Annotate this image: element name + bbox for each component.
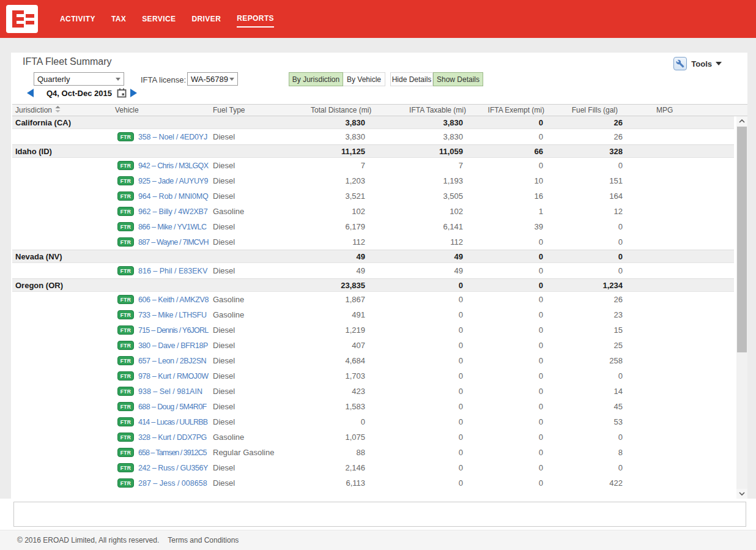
vehicle-link[interactable]: 657 – Leon / 2BJ2SN (138, 357, 206, 365)
scroll-down-arrow[interactable] (736, 489, 747, 499)
vehicle-link[interactable]: 733 – Mike / LTHSFU (138, 311, 207, 319)
nav-item-driver[interactable]: DRIVER (191, 11, 221, 27)
vehicle-link[interactable]: 358 – Noel / 4ED0YJ (138, 133, 207, 141)
column-header-jurisdiction[interactable]: Jurisdiction (12, 106, 113, 114)
scrollbar-thumb[interactable] (737, 127, 747, 352)
metric-value: 15 (549, 325, 629, 335)
jurisdiction-name: Oregon (OR) (12, 281, 113, 290)
metric-value: 112 (309, 237, 371, 247)
vehicle-link[interactable]: 938 – Sel / 981AIN (138, 387, 202, 396)
vehicle-detail-row: FTR657 – Leon / 2BJ2SNDiesel4,68400258 (12, 353, 734, 368)
nav-item-service[interactable]: SERVICE (142, 11, 176, 27)
tools-menu[interactable]: Tools (673, 57, 722, 70)
vehicle-detail-row: FTR242 – Russ / GU356YDiesel2,146000 (12, 460, 734, 475)
group-total: 26 (549, 118, 629, 127)
vehicle-link[interactable]: 380 – Dave / BFR18P (138, 341, 208, 350)
column-header-ifta-taxable-mi-[interactable]: IFTA Taxable (mi) (371, 106, 469, 114)
vehicle-link[interactable]: 715 – Dennis / Y6JORL (138, 326, 208, 335)
fuel-type: Diesel (211, 463, 309, 472)
ftr-badge: FTR (117, 176, 134, 185)
vertical-scrollbar[interactable] (736, 116, 747, 499)
vehicle-link[interactable]: 978 – Kurt / RMOJ0W (138, 372, 209, 381)
calendar-icon[interactable] (117, 88, 127, 98)
ifta-license-select[interactable]: WA-56789 (187, 72, 238, 86)
logo-bar (12, 24, 24, 28)
fuel-type: Diesel (211, 478, 309, 488)
group-total: 3,830 (309, 118, 371, 127)
vehicle-link[interactable]: 328 – Kurt / DDX7PG (138, 433, 207, 442)
by-jurisdiction-button[interactable]: By Jurisdiction (289, 72, 343, 86)
nav-item-activity[interactable]: ACTIVITY (60, 11, 95, 27)
vehicle-link[interactable]: 962 – Billy / 4W2XB7 (138, 207, 207, 216)
metric-value: 26 (549, 132, 629, 141)
by-vehicle-button[interactable]: By Vehicle (343, 72, 385, 86)
ftr-badge: FTR (117, 402, 134, 411)
group-total: 0 (469, 118, 549, 127)
metric-value: 423 (309, 387, 371, 396)
ftr-badge: FTR (117, 433, 134, 442)
column-header-fuel-fills-gal-[interactable]: Fuel Fills (gal) (549, 106, 629, 114)
copyright-text: © 2016 EROAD Limited, All rights reserve… (17, 536, 159, 544)
wrench-icon (673, 57, 687, 70)
vehicle-link[interactable]: 816 – Phil / E83EKV (138, 267, 207, 275)
fuel-type: Gasoline (211, 433, 309, 442)
metric-value: 0 (549, 463, 629, 472)
show-details-button[interactable]: Show Details (433, 72, 483, 86)
report-card: IFTA Fleet Summary Tools Quarterly IFTA … (11, 53, 747, 499)
column-header-ifta-exempt-mi-[interactable]: IFTA Exempt (mi) (469, 106, 549, 114)
group-total: 11,059 (371, 147, 469, 156)
nav-item-tax[interactable]: TAX (111, 11, 126, 27)
vehicle-link[interactable]: 866 – Mike / YV1WLC (138, 223, 206, 231)
metric-value: 3,830 (309, 132, 371, 141)
vehicle-detail-row: FTR942 – Chris / M3LGQXDiesel7700 (12, 158, 734, 173)
metric-value: 1,203 (309, 176, 371, 185)
hide-details-button[interactable]: Hide Details (390, 72, 433, 86)
metric-value: 0 (309, 417, 371, 426)
vehicle-link[interactable]: 925 – Jade / AUYUY9 (138, 177, 208, 185)
metric-value: 102 (371, 207, 469, 216)
vehicle-detail-row: FTR964 – Rob / MNI0MQDiesel3,5213,505161… (12, 188, 734, 204)
metric-value: 49 (371, 266, 469, 275)
metric-value: 0 (469, 132, 549, 141)
metric-value: 151 (549, 176, 629, 185)
column-header-vehicle[interactable]: Vehicle (113, 106, 211, 114)
vehicle-detail-row: FTR414 – Lucas / UULRBBDiesel00053 (12, 414, 734, 429)
metric-value: 4,684 (309, 356, 371, 365)
metric-value: 0 (469, 310, 549, 319)
terms-and-conditions-link[interactable]: Terms and Conditions (168, 536, 239, 544)
main-nav: ACTIVITYTAXSERVICEDRIVERREPORTS (60, 0, 290, 38)
nav-item-reports[interactable]: REPORTS (237, 10, 274, 28)
column-header-fuel-type[interactable]: Fuel Type (211, 106, 309, 114)
vehicle-link[interactable]: 887 – Wayne / 7IMCVH (138, 238, 209, 247)
vehicle-detail-row: FTR606 – Keith / AMKZV8Gasoline1,8670026 (12, 292, 734, 307)
metric-value: 26 (549, 295, 629, 304)
vehicle-link[interactable]: 287 – Jess / 008658 (138, 479, 207, 488)
column-header-total-distance-mi-[interactable]: Total Distance (mi) (309, 106, 371, 114)
ftr-badge: FTR (117, 132, 134, 141)
vehicle-detail-row: FTR938 – Sel / 981AINDiesel4230014 (12, 384, 734, 399)
vehicle-link[interactable]: 414 – Lucas / UULRBB (138, 418, 207, 426)
previous-period-arrow[interactable] (27, 89, 34, 97)
vehicle-link[interactable]: 242 – Russ / GU356Y (138, 464, 208, 472)
group-total: 328 (549, 147, 629, 156)
tools-label: Tools (691, 59, 712, 69)
metric-value: 0 (469, 295, 549, 304)
vehicle-detail-row: FTR328 – Kurt / DDX7PGGasoline1,075000 (12, 429, 734, 445)
vehicle-link[interactable]: 964 – Rob / MNI0MQ (138, 192, 209, 201)
vehicle-link[interactable]: 942 – Chris / M3LGQX (138, 162, 208, 170)
vehicle-link[interactable]: 688 – Doug / 5M4R0F (138, 403, 207, 411)
next-period-arrow[interactable] (130, 89, 137, 97)
scroll-up-arrow[interactable] (736, 116, 747, 126)
group-total: 0 (549, 252, 629, 261)
vehicle-link[interactable]: 658 – Tamsen / 3912C5 (138, 448, 207, 457)
vehicle-link[interactable]: 606 – Keith / AMKZV8 (138, 295, 209, 304)
detail-toggle-group: Hide DetailsShow Details (390, 72, 483, 86)
eroad-logo[interactable] (6, 5, 38, 33)
period-type-select[interactable]: Quarterly (34, 72, 124, 86)
footer: © 2016 EROAD Limited, All rights reserve… (0, 530, 756, 550)
fuel-type: Diesel (211, 161, 309, 170)
column-header-mpg[interactable]: MPG (629, 106, 747, 114)
vehicle-detail-row: FTR925 – Jade / AUYUY9Diesel1,2031,19310… (12, 173, 734, 188)
period-navigation: Q4, Oct-Dec 2015 (27, 87, 137, 98)
metric-value: 1,219 (309, 325, 371, 335)
